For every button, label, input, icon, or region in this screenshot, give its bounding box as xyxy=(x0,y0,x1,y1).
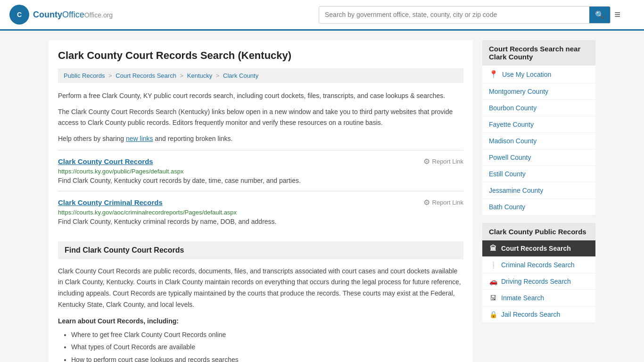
list-item: Bath County xyxy=(482,199,595,215)
record-desc-1: Find Clark County, Kentucky court record… xyxy=(58,177,463,184)
logo[interactable]: C CountyOfficeOffice.org xyxy=(9,5,113,25)
breadcrumb-sep-2: > xyxy=(180,72,185,79)
report-link-1[interactable]: ⚙ Report Link xyxy=(423,157,463,166)
record-header-2: Clark County Criminal Records ⚙ Report L… xyxy=(58,198,463,207)
county-link-jessamine[interactable]: Jessamine County xyxy=(482,182,595,198)
record-title-2[interactable]: Clark County Criminal Records xyxy=(58,198,163,206)
pub-label-driving-records: Driving Records Search xyxy=(501,278,571,285)
search-input[interactable] xyxy=(319,7,589,23)
site-header: C CountyOfficeOffice.org 🔍 ≡ xyxy=(0,0,644,31)
record-url-1[interactable]: https://courts.ky.gov/public/Pages/defau… xyxy=(58,168,463,175)
find-section-title: Find Clark County Court Records xyxy=(58,241,463,259)
list-item: Powell County xyxy=(482,149,595,166)
county-link-powell[interactable]: Powell County xyxy=(482,149,595,165)
county-link-bourbon[interactable]: Bourbon County xyxy=(482,100,595,116)
list-item: 🏛 Court Records Search xyxy=(482,240,595,257)
record-block-1: Clark County Court Records ⚙ Report Link… xyxy=(58,150,463,191)
logo-icon: C xyxy=(9,5,29,25)
intro-paragraph-2: The Clark County Court Records Search (K… xyxy=(58,107,463,128)
pub-link-criminal-records[interactable]: ❕ Criminal Records Search xyxy=(482,257,595,273)
logo-text: CountyOfficeOffice.org xyxy=(33,10,113,20)
page-title: Clark County Court Records Search (Kentu… xyxy=(58,49,463,62)
intro-paragraph-1: Perform a free Clark County, KY public c… xyxy=(58,90,463,101)
hamburger-icon: ≡ xyxy=(614,8,620,20)
pub-link-driving-records[interactable]: 🚗 Driving Records Search xyxy=(482,273,595,289)
pub-link-court-records[interactable]: 🏛 Court Records Search xyxy=(482,240,595,256)
list-item: Estill County xyxy=(482,166,595,182)
list-item: Fayette County xyxy=(482,116,595,133)
county-link-madison[interactable]: Madison County xyxy=(482,133,595,149)
nearby-county-list: Montgomery County Bourbon County Fayette… xyxy=(482,83,595,215)
record-header-1: Clark County Court Records ⚙ Report Link xyxy=(58,157,463,166)
public-records-list: 🏛 Court Records Search ❕ Criminal Record… xyxy=(482,240,595,323)
report-link-2[interactable]: ⚙ Report Link xyxy=(423,198,463,207)
intro-3-prefix: Help others by sharing xyxy=(58,135,126,142)
report-label-1: Report Link xyxy=(432,158,463,165)
county-link-montgomery[interactable]: Montgomery County xyxy=(482,83,595,99)
list-item: 🚗 Driving Records Search xyxy=(482,273,595,290)
bullet-3: How to perform court case lookups and re… xyxy=(71,354,463,362)
bullet-2: What types of Court Records are availabl… xyxy=(71,341,463,354)
record-title-1[interactable]: Clark County Court Records xyxy=(58,157,153,165)
nearby-section: Court Records Search near Clark County 📍… xyxy=(482,40,595,215)
pub-label-court-records: Court Records Search xyxy=(501,245,571,252)
breadcrumb-court-records[interactable]: Court Records Search xyxy=(116,72,176,79)
list-item: Montgomery County xyxy=(482,83,595,100)
pub-label-inmate-search: Inmate Search xyxy=(501,294,544,302)
report-icon-2: ⚙ xyxy=(423,198,430,207)
menu-button[interactable]: ≡ xyxy=(614,9,620,20)
sidebar: Court Records Search near Clark County 📍… xyxy=(482,40,595,362)
list-item: Madison County xyxy=(482,133,595,149)
main-container: Clark County Court Records Search (Kentu… xyxy=(39,31,605,362)
pub-link-inmate-search[interactable]: 🖫 Inmate Search xyxy=(482,290,595,306)
svg-text:C: C xyxy=(17,11,22,18)
report-label-2: Report Link xyxy=(432,199,463,206)
intro-3-suffix: and reporting broken links. xyxy=(153,135,233,142)
search-icon: 🔍 xyxy=(595,11,604,19)
intro-paragraph-3: Help others by sharing new links and rep… xyxy=(58,133,463,144)
list-item: 🔒 Jail Records Search xyxy=(482,306,595,323)
pub-link-jail-records[interactable]: 🔒 Jail Records Search xyxy=(482,306,595,322)
county-link-fayette[interactable]: Fayette County xyxy=(482,116,595,132)
use-location-label: Use My Location xyxy=(502,71,551,78)
driving-records-icon: 🚗 xyxy=(489,278,497,285)
list-item: Bourbon County xyxy=(482,100,595,116)
county-link-bath[interactable]: Bath County xyxy=(482,199,595,215)
new-links-link[interactable]: new links xyxy=(126,135,153,142)
court-records-icon: 🏛 xyxy=(489,245,497,252)
location-icon: 📍 xyxy=(489,70,498,79)
jail-records-icon: 🔒 xyxy=(489,311,497,318)
nearby-header: Court Records Search near Clark County xyxy=(482,40,595,66)
breadcrumb-public-records[interactable]: Public Records xyxy=(64,72,105,79)
county-link-estill[interactable]: Estill County xyxy=(482,166,595,182)
public-records-section: Clark County Public Records 🏛 Court Reco… xyxy=(482,223,595,323)
bullet-1: Where to get free Clark County Court Rec… xyxy=(71,329,463,341)
breadcrumb: Public Records > Court Records Search > … xyxy=(58,68,463,83)
breadcrumb-kentucky[interactable]: Kentucky xyxy=(187,72,212,79)
public-records-header: Clark County Public Records xyxy=(482,223,595,240)
breadcrumb-clark-county[interactable]: Clark County xyxy=(223,72,258,79)
list-item: 🖫 Inmate Search xyxy=(482,290,595,306)
report-icon-1: ⚙ xyxy=(423,157,430,166)
search-box: 🔍 xyxy=(319,6,611,24)
record-url-2[interactable]: https://courts.ky.gov/aoc/criminalrecord… xyxy=(58,209,463,216)
search-area: 🔍 ≡ xyxy=(319,6,620,24)
bullet-list: Where to get free Clark County Court Rec… xyxy=(58,329,463,362)
pub-label-jail-records: Jail Records Search xyxy=(501,311,560,318)
learn-title: Learn about Court Records, including: xyxy=(58,317,463,325)
content-area: Clark County Court Records Search (Kentu… xyxy=(49,40,473,362)
criminal-records-icon: ❕ xyxy=(489,261,497,269)
find-section: Find Clark County Court Records Clark Co… xyxy=(58,241,463,362)
list-item: ❕ Criminal Records Search xyxy=(482,257,595,273)
pub-label-criminal-records: Criminal Records Search xyxy=(501,261,575,269)
search-button[interactable]: 🔍 xyxy=(589,7,610,23)
inmate-search-icon: 🖫 xyxy=(489,294,497,302)
find-section-body: Clark County Court Records are public re… xyxy=(58,266,463,311)
record-block-2: Clark County Criminal Records ⚙ Report L… xyxy=(58,191,463,232)
use-location[interactable]: 📍 Use My Location xyxy=(482,66,595,83)
record-desc-2: Find Clark County, Kentucky criminal rec… xyxy=(58,218,463,225)
breadcrumb-sep-1: > xyxy=(108,72,114,79)
breadcrumb-sep-3: > xyxy=(216,72,221,79)
list-item: Jessamine County xyxy=(482,182,595,199)
